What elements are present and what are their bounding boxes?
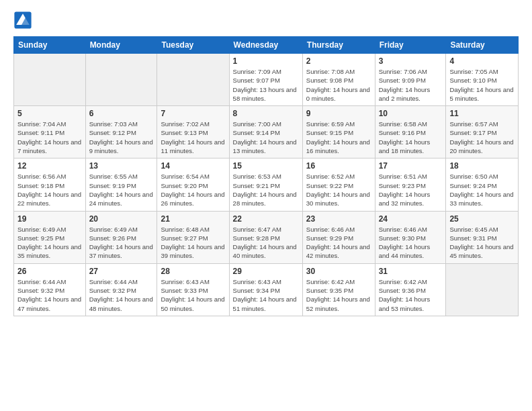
calendar-cell: 19Sunrise: 6:49 AMSunset: 9:25 PMDayligh… [14,211,86,263]
cell-day-number: 30 [306,267,371,276]
cell-day-number: 20 [89,214,154,224]
cell-info: Sunrise: 6:59 AMSunset: 9:15 PMDaylight:… [306,120,371,155]
weekday-header-monday: Monday [85,37,157,54]
calendar-cell: 2Sunrise: 7:08 AMSunset: 9:08 PMDaylight… [302,54,375,106]
cell-info: Sunrise: 7:02 AMSunset: 9:13 PMDaylight:… [161,120,225,155]
calendar-cell: 14Sunrise: 6:54 AMSunset: 9:20 PMDayligh… [157,158,229,211]
calendar: SundayMondayTuesdayWednesdayThursdayFrid… [13,36,519,316]
cell-info: Sunrise: 7:09 AMSunset: 9:07 PMDaylight:… [233,67,299,103]
cell-day-number: 16 [306,161,371,171]
cell-day-number: 12 [17,161,82,171]
calendar-cell: 9Sunrise: 6:59 AMSunset: 9:15 PMDaylight… [302,106,375,158]
cell-day-number: 3 [379,56,443,66]
header [13,11,519,30]
cell-day-number: 22 [233,214,299,224]
calendar-cell: 20Sunrise: 6:49 AMSunset: 9:26 PMDayligh… [85,211,157,263]
calendar-cell [157,54,229,106]
cell-info: Sunrise: 6:43 AMSunset: 9:33 PMDaylight:… [161,277,225,313]
calendar-cell: 23Sunrise: 6:46 AMSunset: 9:29 PMDayligh… [302,211,375,263]
cell-info: Sunrise: 6:49 AMSunset: 9:26 PMDaylight:… [89,225,154,261]
calendar-cell: 31Sunrise: 6:42 AMSunset: 9:36 PMDayligh… [375,263,446,316]
logo [13,11,35,30]
weekday-header-thursday: Thursday [302,37,375,54]
cell-day-number: 9 [306,109,371,118]
calendar-cell: 21Sunrise: 6:48 AMSunset: 9:27 PMDayligh… [157,211,229,263]
calendar-cell: 13Sunrise: 6:55 AMSunset: 9:19 PMDayligh… [85,158,157,211]
cell-info: Sunrise: 6:48 AMSunset: 9:27 PMDaylight:… [161,225,225,261]
calendar-cell: 28Sunrise: 6:43 AMSunset: 9:33 PMDayligh… [157,263,229,316]
weekday-header-sunday: Sunday [14,37,86,54]
calendar-cell: 24Sunrise: 6:46 AMSunset: 9:30 PMDayligh… [375,211,446,263]
cell-day-number: 31 [379,267,443,276]
cell-day-number: 17 [379,161,443,171]
cell-day-number: 18 [449,161,515,171]
cell-info: Sunrise: 7:08 AMSunset: 9:08 PMDaylight:… [306,67,371,103]
cell-info: Sunrise: 6:58 AMSunset: 9:16 PMDaylight:… [379,120,443,155]
calendar-week-row: 19Sunrise: 6:49 AMSunset: 9:25 PMDayligh… [14,211,519,263]
calendar-week-row: 26Sunrise: 6:44 AMSunset: 9:32 PMDayligh… [14,263,519,316]
calendar-cell: 26Sunrise: 6:44 AMSunset: 9:32 PMDayligh… [14,263,86,316]
calendar-cell [446,263,519,316]
cell-info: Sunrise: 7:00 AMSunset: 9:14 PMDaylight:… [233,120,299,155]
cell-info: Sunrise: 6:56 AMSunset: 9:18 PMDaylight:… [17,172,82,208]
calendar-cell: 6Sunrise: 7:03 AMSunset: 9:12 PMDaylight… [85,106,157,158]
cell-day-number: 11 [449,109,515,118]
cell-day-number: 13 [89,161,154,171]
cell-day-number: 29 [233,267,299,276]
page: SundayMondayTuesdayWednesdayThursdayFrid… [0,0,532,327]
cell-info: Sunrise: 6:43 AMSunset: 9:34 PMDaylight:… [233,277,299,313]
calendar-cell: 7Sunrise: 7:02 AMSunset: 9:13 PMDaylight… [157,106,229,158]
logo-icon [13,11,32,30]
cell-info: Sunrise: 6:54 AMSunset: 9:20 PMDaylight:… [161,172,225,208]
cell-info: Sunrise: 7:04 AMSunset: 9:11 PMDaylight:… [17,120,82,155]
cell-day-number: 10 [379,109,443,118]
weekday-header-row: SundayMondayTuesdayWednesdayThursdayFrid… [14,37,519,54]
cell-day-number: 26 [17,267,82,276]
calendar-week-row: 12Sunrise: 6:56 AMSunset: 9:18 PMDayligh… [14,158,519,211]
calendar-cell: 12Sunrise: 6:56 AMSunset: 9:18 PMDayligh… [14,158,86,211]
cell-info: Sunrise: 6:42 AMSunset: 9:35 PMDaylight:… [306,277,371,313]
cell-info: Sunrise: 6:55 AMSunset: 9:19 PMDaylight:… [89,172,154,208]
cell-day-number: 14 [161,161,225,171]
cell-info: Sunrise: 6:51 AMSunset: 9:23 PMDaylight:… [379,172,443,208]
calendar-cell [85,54,157,106]
cell-day-number: 21 [161,214,225,224]
cell-day-number: 2 [306,56,371,66]
cell-info: Sunrise: 6:46 AMSunset: 9:29 PMDaylight:… [306,225,371,261]
cell-info: Sunrise: 6:53 AMSunset: 9:21 PMDaylight:… [233,172,299,208]
cell-info: Sunrise: 6:49 AMSunset: 9:25 PMDaylight:… [17,225,82,261]
cell-info: Sunrise: 7:06 AMSunset: 9:09 PMDaylight:… [379,67,443,103]
cell-day-number: 15 [233,161,299,171]
weekday-header-wednesday: Wednesday [229,37,302,54]
calendar-cell: 10Sunrise: 6:58 AMSunset: 9:16 PMDayligh… [375,106,446,158]
calendar-cell: 5Sunrise: 7:04 AMSunset: 9:11 PMDaylight… [14,106,86,158]
cell-info: Sunrise: 6:42 AMSunset: 9:36 PMDaylight:… [379,277,443,313]
calendar-cell: 15Sunrise: 6:53 AMSunset: 9:21 PMDayligh… [229,158,302,211]
calendar-cell: 30Sunrise: 6:42 AMSunset: 9:35 PMDayligh… [302,263,375,316]
calendar-cell: 4Sunrise: 7:05 AMSunset: 9:10 PMDaylight… [446,54,519,106]
cell-day-number: 25 [449,214,515,224]
cell-day-number: 28 [161,267,225,276]
cell-info: Sunrise: 6:57 AMSunset: 9:17 PMDaylight:… [449,120,515,155]
calendar-cell: 8Sunrise: 7:00 AMSunset: 9:14 PMDaylight… [229,106,302,158]
cell-day-number: 1 [233,56,299,66]
calendar-cell: 16Sunrise: 6:52 AMSunset: 9:22 PMDayligh… [302,158,375,211]
cell-info: Sunrise: 6:46 AMSunset: 9:30 PMDaylight:… [379,225,443,261]
cell-info: Sunrise: 6:50 AMSunset: 9:24 PMDaylight:… [449,172,515,208]
calendar-cell: 1Sunrise: 7:09 AMSunset: 9:07 PMDaylight… [229,54,302,106]
cell-day-number: 6 [89,109,154,118]
calendar-cell: 11Sunrise: 6:57 AMSunset: 9:17 PMDayligh… [446,106,519,158]
calendar-cell: 3Sunrise: 7:06 AMSunset: 9:09 PMDaylight… [375,54,446,106]
calendar-cell: 22Sunrise: 6:47 AMSunset: 9:28 PMDayligh… [229,211,302,263]
cell-info: Sunrise: 6:47 AMSunset: 9:28 PMDaylight:… [233,225,299,261]
calendar-cell [14,54,86,106]
cell-day-number: 5 [17,109,82,118]
weekday-header-tuesday: Tuesday [157,37,229,54]
cell-info: Sunrise: 7:03 AMSunset: 9:12 PMDaylight:… [89,120,154,155]
calendar-cell: 17Sunrise: 6:51 AMSunset: 9:23 PMDayligh… [375,158,446,211]
cell-day-number: 19 [17,214,82,224]
cell-info: Sunrise: 6:44 AMSunset: 9:32 PMDaylight:… [89,277,154,313]
cell-day-number: 4 [449,56,515,66]
calendar-week-row: 5Sunrise: 7:04 AMSunset: 9:11 PMDaylight… [14,106,519,158]
calendar-cell: 18Sunrise: 6:50 AMSunset: 9:24 PMDayligh… [446,158,519,211]
